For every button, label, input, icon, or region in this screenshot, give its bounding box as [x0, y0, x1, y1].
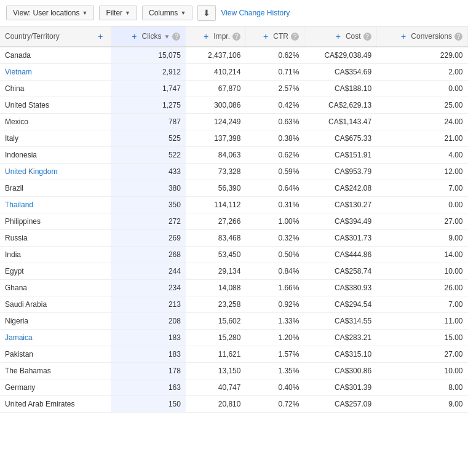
add-col-cost-icon[interactable]: +	[336, 31, 341, 41]
cell-country[interactable]: United Kingdom	[0, 164, 111, 180]
columns-button[interactable]: Columns ▼	[142, 6, 192, 20]
cell-ctr: 0.59%	[245, 164, 304, 180]
col-country: Country/Territory +	[0, 26, 111, 47]
col-ctr: + CTR ?	[245, 26, 304, 47]
cell-cost: CA$1,143.47	[304, 114, 376, 130]
cell-clicks: 350	[111, 197, 186, 213]
cell-impr: 67,870	[186, 81, 246, 97]
cell-ctr: 0.42%	[245, 97, 304, 114]
cell-country[interactable]: Thailand	[0, 197, 111, 213]
table-row: Canada15,0752,437,1060.62%CA$29,038.4922…	[0, 47, 468, 64]
cell-cost: CA$29,038.49	[304, 47, 376, 64]
cell-country: Italy	[0, 130, 111, 147]
cell-country: China	[0, 81, 111, 97]
cell-ctr: 1.66%	[245, 280, 304, 296]
cell-impr: 14,088	[186, 280, 246, 296]
cell-clicks: 268	[111, 247, 186, 263]
cell-conversions: 21.00	[376, 130, 467, 147]
cell-cost: CA$151.91	[304, 147, 376, 164]
cell-clicks: 163	[111, 379, 186, 396]
cost-help-icon[interactable]: ?	[363, 33, 371, 41]
cell-impr: 56,390	[186, 180, 246, 197]
filter-label: Filter	[106, 9, 122, 17]
cell-impr: 124,249	[186, 114, 246, 130]
cell-cost: CA$675.33	[304, 130, 376, 147]
table-row: United States1,275300,0860.42%CA$2,629.1…	[0, 97, 468, 114]
cell-ctr: 0.31%	[245, 197, 304, 213]
table-row: Brazil38056,3900.64%CA$242.087.00	[0, 180, 468, 197]
table-row: Philippines27227,2661.00%CA$394.4927.00	[0, 213, 468, 230]
cell-country: Philippines	[0, 213, 111, 230]
col-country-label: Country/Territory	[5, 32, 60, 41]
cell-impr: 20,810	[186, 396, 246, 413]
cell-clicks: 272	[111, 213, 186, 230]
cell-conversions: 11.00	[376, 313, 467, 330]
clicks-help-icon[interactable]: ?	[172, 33, 180, 41]
add-col-impr-icon[interactable]: +	[204, 31, 208, 41]
table-row: India26853,4500.50%CA$444.8614.00	[0, 247, 468, 263]
sort-clicks-icon[interactable]: ▼	[164, 33, 170, 40]
cell-impr: 2,437,106	[186, 47, 246, 64]
cell-country: The Bahamas	[0, 363, 111, 379]
table-row: China1,74767,8702.57%CA$188.100.00	[0, 81, 468, 97]
cell-impr: 137,398	[186, 130, 246, 147]
cell-cost: CA$380.93	[304, 280, 376, 296]
cell-country: Russia	[0, 230, 111, 247]
table-row: Germany16340,7470.40%CA$301.398.00	[0, 379, 468, 396]
cell-country: Canada	[0, 47, 111, 64]
cell-country: Nigeria	[0, 313, 111, 330]
cell-clicks: 522	[111, 147, 186, 164]
add-col-conversions-icon[interactable]: +	[401, 31, 406, 41]
conversions-help-icon[interactable]: ?	[454, 33, 462, 41]
add-col-clicks-icon[interactable]: +	[132, 31, 137, 41]
col-cost-label: Cost	[346, 32, 361, 41]
table-row: Saudi Arabia21323,2580.92%CA$294.547.00	[0, 296, 468, 313]
add-col-country-icon[interactable]: +	[98, 31, 103, 41]
cell-ctr: 1.33%	[245, 313, 304, 330]
cell-impr: 114,112	[186, 197, 246, 213]
cell-cost: CA$394.49	[304, 213, 376, 230]
cell-ctr: 0.84%	[245, 263, 304, 280]
view-locations-button[interactable]: View: User locations ▼	[6, 6, 94, 20]
cell-conversions: 10.00	[376, 363, 467, 379]
filter-button[interactable]: Filter ▼	[99, 6, 137, 20]
add-col-ctr-icon[interactable]: +	[263, 31, 268, 41]
cell-country: United States	[0, 97, 111, 114]
cell-ctr: 0.92%	[245, 296, 304, 313]
view-history-link[interactable]: View Change History	[221, 9, 290, 17]
cell-impr: 23,258	[186, 296, 246, 313]
cell-conversions: 27.00	[376, 213, 467, 230]
table-container: Country/Territory + + Clicks ▼ ? + I	[0, 26, 468, 413]
cell-impr: 53,450	[186, 247, 246, 263]
filter-caret: ▼	[125, 10, 130, 16]
table-row: Indonesia52284,0630.62%CA$151.914.00	[0, 147, 468, 164]
cell-country: Indonesia	[0, 147, 111, 164]
cell-cost: CA$314.55	[304, 313, 376, 330]
cell-conversions: 7.00	[376, 180, 467, 197]
view-locations-caret: ▼	[82, 10, 88, 16]
cell-conversions: 2.00	[376, 64, 467, 81]
cell-country: Saudi Arabia	[0, 296, 111, 313]
cell-clicks: 183	[111, 346, 186, 363]
cell-cost: CA$258.74	[304, 263, 376, 280]
ctr-help-icon[interactable]: ?	[291, 33, 299, 41]
cell-clicks: 213	[111, 296, 186, 313]
table-row: Egypt24429,1340.84%CA$258.7410.00	[0, 263, 468, 280]
cell-clicks: 244	[111, 263, 186, 280]
cell-country: Germany	[0, 379, 111, 396]
cell-conversions: 15.00	[376, 330, 467, 346]
cell-conversions: 14.00	[376, 247, 467, 263]
cell-country[interactable]: Jamaica	[0, 330, 111, 346]
cell-country: Brazil	[0, 180, 111, 197]
cell-clicks: 269	[111, 230, 186, 247]
cell-clicks: 433	[111, 164, 186, 180]
impr-help-icon[interactable]: ?	[232, 33, 240, 41]
cell-impr: 40,747	[186, 379, 246, 396]
cell-cost: CA$301.73	[304, 230, 376, 247]
table-row: Nigeria20815,6021.33%CA$314.5511.00	[0, 313, 468, 330]
download-button[interactable]: ⬇	[197, 5, 216, 21]
cell-clicks: 15,075	[111, 47, 186, 64]
cell-country[interactable]: Vietnam	[0, 64, 111, 81]
cell-conversions: 12.00	[376, 164, 467, 180]
cell-conversions: 4.00	[376, 147, 467, 164]
